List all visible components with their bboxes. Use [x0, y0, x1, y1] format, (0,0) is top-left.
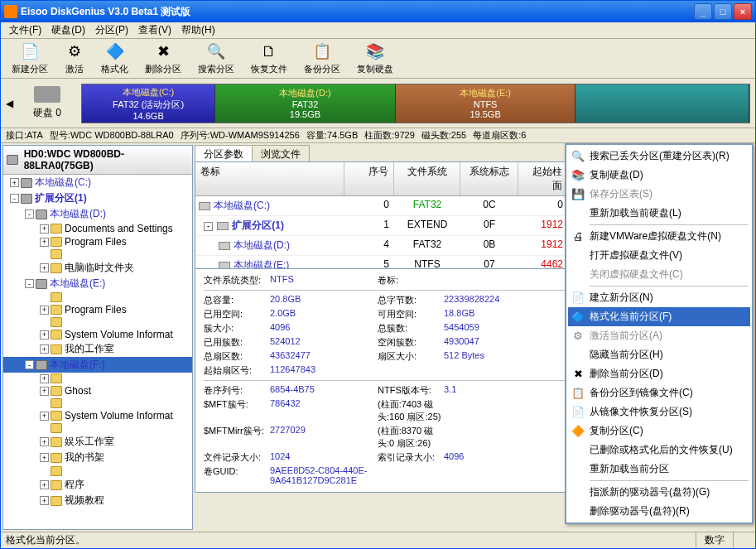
partition-block[interactable]: 本地磁盘(C:)FAT32 (活动分区)14.6GB: [82, 84, 215, 123]
context-menu-item[interactable]: 重新加载当前硬盘(L): [568, 204, 750, 223]
tree-node[interactable]: [3, 248, 192, 260]
minimize-button[interactable]: _: [694, 3, 712, 20]
tree-node[interactable]: [3, 291, 192, 303]
context-menu-item[interactable]: 指派新的驱动器号(盘符)(G): [568, 483, 750, 502]
column-header[interactable]: 文件系统: [394, 162, 460, 195]
tree-node[interactable]: +娱乐工作室: [3, 434, 192, 450]
context-menu-item[interactable]: 已删除或格式化后的文件恢复(U): [568, 441, 750, 460]
toolbar-button[interactable]: 📋备份分区: [296, 38, 348, 79]
toolbar-button[interactable]: ⚙激活: [57, 38, 92, 79]
expander-icon[interactable]: +: [40, 374, 49, 383]
column-header[interactable]: 序号: [344, 162, 394, 195]
expander-icon[interactable]: +: [40, 496, 49, 505]
tree-node[interactable]: +Program Files: [3, 303, 192, 316]
partition-block[interactable]: [575, 84, 749, 123]
expander-icon[interactable]: +: [40, 437, 49, 446]
tree-node[interactable]: +System Volume Informat: [3, 409, 192, 422]
tree-node[interactable]: [3, 397, 192, 409]
menu-icon: 🔶: [571, 425, 585, 438]
close-button[interactable]: ×: [734, 3, 752, 20]
tree-node[interactable]: -扩展分区(1): [3, 190, 192, 206]
partition-block[interactable]: 本地磁盘(D:)FAT3219.5GB: [215, 84, 396, 123]
expander-icon[interactable]: +: [40, 344, 49, 354]
toolbar-button[interactable]: 🗋恢复文件: [243, 38, 295, 79]
expander-icon[interactable]: -: [10, 194, 19, 203]
volume-icon: [217, 222, 229, 230]
tree-node[interactable]: +视频教程: [3, 493, 192, 508]
detail-label: 卷GUID:: [204, 465, 270, 485]
context-menu-item[interactable]: 📄建立新分区(N): [568, 288, 750, 307]
column-header[interactable]: 起始柱面: [518, 162, 568, 195]
menu-item[interactable]: 帮助(H): [176, 22, 220, 39]
expander-icon[interactable]: +: [10, 178, 19, 187]
detail-value: 4096: [444, 451, 551, 464]
tab[interactable]: 浏览文件: [252, 145, 310, 161]
hdd-icon: [7, 155, 18, 165]
tree-node[interactable]: +程序: [3, 477, 192, 493]
detail-value: 4096: [270, 322, 378, 335]
tree-node[interactable]: +我的工作室: [3, 341, 192, 357]
expander-icon[interactable]: +: [40, 330, 49, 340]
expander-icon[interactable]: +: [40, 387, 49, 396]
expander-icon[interactable]: +: [40, 412, 49, 421]
context-menu-item[interactable]: 删除驱动器号(盘符)(R): [568, 502, 750, 521]
toolbar-button[interactable]: 📚复制硬盘: [349, 38, 401, 79]
maximize-button[interactable]: □: [714, 3, 732, 20]
tree-node[interactable]: -本地磁盘(E:): [3, 276, 192, 291]
expander-icon[interactable]: -: [25, 360, 34, 369]
tree-node[interactable]: [3, 422, 192, 434]
column-header[interactable]: 系统标志: [460, 162, 518, 195]
expander-icon[interactable]: -: [25, 279, 34, 288]
tree-node[interactable]: [3, 316, 192, 328]
context-menu-item[interactable]: 📚复制硬盘(D): [568, 166, 750, 185]
menu-item[interactable]: 文件(F): [4, 22, 46, 39]
tab[interactable]: 分区参数: [195, 145, 253, 161]
context-menu-item[interactable]: 📋备份分区到镜像文件(C): [568, 383, 750, 402]
context-menu-item[interactable]: 📄从镜像文件恢复分区(S): [568, 402, 750, 421]
detail-label: (柱面:7403 磁头:160 扇区:25): [378, 398, 444, 423]
tree-node[interactable]: +电脑临时文件夹: [3, 260, 192, 276]
tree-node[interactable]: +Ghost: [3, 384, 192, 397]
tree-node[interactable]: +Documents and Settings: [3, 222, 192, 235]
expander-icon[interactable]: -: [204, 222, 213, 231]
tree-node[interactable]: +System Volume Informat: [3, 328, 192, 341]
expander-icon[interactable]: +: [40, 306, 49, 315]
tree-node[interactable]: +本地磁盘(C:): [3, 175, 192, 190]
context-menu-item[interactable]: 🔷格式化当前分区(F): [568, 307, 750, 326]
menu-item[interactable]: 分区(P): [90, 22, 133, 39]
context-menu-item[interactable]: 🖨新建VMWare虚拟硬盘文件(N): [568, 227, 750, 246]
tree-node[interactable]: -本地磁盘(F:): [3, 357, 192, 373]
partition-block[interactable]: 本地磁盘(E:)NTFS19.5GB: [396, 84, 576, 123]
detail-label: NTFS版本号:: [378, 384, 444, 397]
tree-node[interactable]: +Program Files: [3, 235, 192, 248]
expander-icon[interactable]: +: [40, 480, 49, 489]
tree-node[interactable]: [3, 465, 192, 477]
tree-node[interactable]: -本地磁盘(D:): [3, 206, 192, 222]
tree-node[interactable]: +: [3, 373, 192, 384]
nav-left-icon[interactable]: ◀: [6, 98, 13, 109]
toolbar-button[interactable]: 🔷格式化: [94, 38, 136, 79]
toolbar-button[interactable]: 📄新建分区: [4, 38, 55, 79]
expander-icon[interactable]: +: [40, 453, 49, 462]
tree-root[interactable]: HD0:WDC WD800BD-88LRA0(75GB): [3, 146, 192, 175]
menu-item[interactable]: 查看(V): [133, 22, 176, 39]
expander-icon[interactable]: +: [40, 224, 49, 234]
context-menu-item[interactable]: 隐藏当前分区(H): [568, 345, 750, 364]
detail-value: [444, 465, 551, 485]
expander-icon[interactable]: +: [40, 263, 49, 272]
toolbar-button[interactable]: 🔍搜索分区: [190, 38, 242, 79]
toolbar-button[interactable]: ✖删除分区: [137, 38, 189, 79]
tree-node[interactable]: +我的书架: [3, 450, 192, 465]
expander-icon[interactable]: -: [25, 209, 34, 219]
menu-item[interactable]: 硬盘(D): [46, 22, 90, 39]
context-menu-item[interactable]: 🔍搜索已丢失分区(重建分区表)(R): [568, 147, 750, 166]
folder-icon: [51, 453, 62, 463]
context-menu-item[interactable]: 重新加载当前分区: [568, 460, 750, 479]
detail-label: 索引记录大小:: [378, 451, 444, 464]
expander-icon[interactable]: +: [40, 238, 49, 247]
column-header[interactable]: 卷标: [195, 162, 344, 195]
context-menu-item[interactable]: 打开虚拟硬盘文件(V): [568, 246, 750, 265]
folder-icon: [51, 496, 62, 506]
context-menu-item[interactable]: 🔶复制分区(C): [568, 421, 750, 441]
context-menu-item[interactable]: ✖删除当前分区(D): [568, 364, 750, 383]
